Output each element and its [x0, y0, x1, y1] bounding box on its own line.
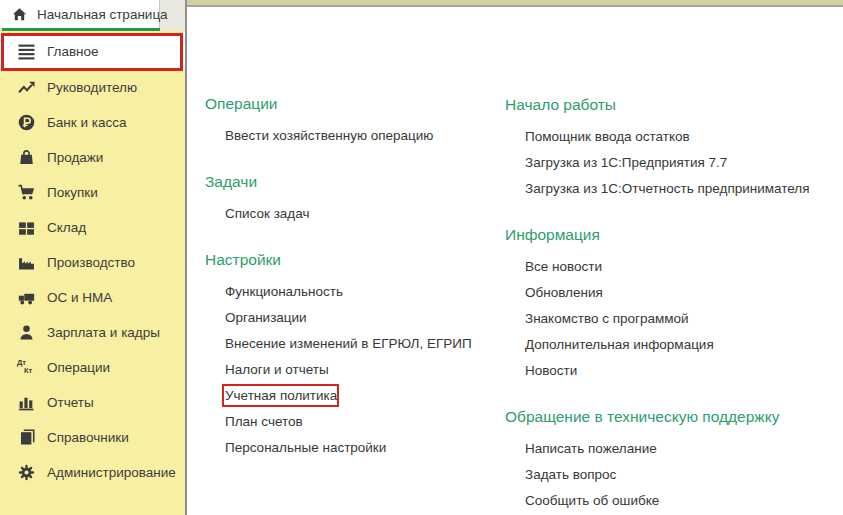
section-link[interactable]: Ввести хозяйственную операцию — [205, 123, 500, 149]
tab-strip: Начальная страница — [0, 0, 185, 31]
sidebar-item-proizvodstvo[interactable]: Производство — [0, 245, 185, 280]
section-title: Операции — [205, 94, 500, 113]
sidebar-item-label: Руководителю — [47, 80, 137, 95]
section-link[interactable]: Список задач — [205, 201, 500, 227]
ruble-icon — [16, 114, 36, 131]
sidebar-item-zarplata-i-kadry[interactable]: Зарплата и кадры — [0, 315, 185, 350]
sidebar-item-sklad[interactable]: Склад — [0, 210, 185, 245]
sidebar-item-label: Покупки — [47, 185, 98, 200]
section-link[interactable]: Сообщить об ошибке — [505, 488, 840, 514]
section-nachalo-raboty: Начало работы Помощник ввода остатков За… — [505, 95, 840, 202]
section-tekhpodderzhka: Обращение в техническую поддержку Написа… — [505, 407, 840, 514]
tab-home-page[interactable]: Начальная страница — [0, 0, 160, 28]
gear-icon — [16, 464, 36, 481]
active-tab-underline — [2, 28, 160, 31]
sidebar-item-label: Банк и касса — [47, 115, 127, 130]
section-operatsii: Операции Ввести хозяйственную операцию — [205, 94, 500, 149]
sidebar-item-label: Отчеты — [47, 395, 94, 410]
reference-books-icon — [16, 429, 36, 446]
trend-icon — [16, 79, 36, 96]
section-zadachi: Задачи Список задач — [205, 172, 500, 227]
section-link[interactable]: Написать пожелание — [505, 436, 840, 462]
section-title: Обращение в техническую поддержку — [505, 407, 840, 426]
menu-icon — [16, 43, 36, 60]
sidebar-item-label: Справочники — [47, 430, 129, 445]
section-link[interactable]: Новости — [505, 358, 840, 384]
section-link[interactable]: Все новости — [505, 254, 840, 280]
section-link[interactable]: Знакомство с программой — [505, 306, 840, 332]
sidebar: Начальная страница Главное Руководителю — [0, 0, 185, 515]
section-link[interactable]: Внесение изменений в ЕГРЮЛ, ЕГРИП — [205, 331, 500, 357]
home-icon — [9, 6, 29, 23]
tab-home-label: Начальная страница — [37, 7, 168, 22]
window-top-strip — [187, 0, 843, 7]
sidebar-item-pokupki[interactable]: Покупки — [0, 175, 185, 210]
sidebar-item-label: Операции — [47, 360, 110, 375]
sidebar-item-glavnoe[interactable]: Главное — [0, 33, 185, 70]
person-icon — [16, 324, 36, 341]
section-link-uchetnaya-politika[interactable]: Учетная политика — [205, 383, 500, 409]
section-link[interactable]: Задать вопрос — [505, 462, 840, 488]
section-link[interactable]: Загрузка из 1С:Отчетность предпринимател… — [505, 176, 840, 202]
sidebar-item-label: Склад — [47, 220, 86, 235]
sidebar-item-label: Зарплата и кадры — [47, 325, 160, 340]
factory-icon — [16, 254, 36, 271]
shopping-bag-icon — [16, 149, 36, 166]
section-title: Настройки — [205, 250, 500, 269]
sidebar-item-bank-i-kassa[interactable]: Банк и касса — [0, 105, 185, 140]
section-link[interactable]: План счетов — [205, 409, 500, 435]
section-link[interactable]: Функциональность — [205, 279, 500, 305]
sidebar-item-spravochniki[interactable]: Справочники — [0, 420, 185, 455]
sidebar-item-otchety[interactable]: Отчеты — [0, 385, 185, 420]
truck-icon — [16, 289, 36, 306]
sidebar-item-operatsii[interactable]: ДтКт Операции — [0, 350, 185, 385]
section-link[interactable]: Помощник ввода остатков — [505, 124, 840, 150]
shopping-cart-icon — [16, 184, 36, 201]
section-nastroyki: Настройки Функциональность Организации В… — [205, 250, 500, 461]
sidebar-item-label: Продажи — [47, 150, 103, 165]
section-link[interactable]: Загрузка из 1С:Предприятия 7.7 — [505, 150, 840, 176]
debit-credit-icon: ДтКт — [16, 359, 36, 376]
section-link[interactable]: Налоги и отчеты — [205, 357, 500, 383]
sidebar-item-label: Производство — [47, 255, 135, 270]
section-title: Начало работы — [505, 95, 840, 114]
section-title: Информация — [505, 225, 840, 244]
bar-chart-icon — [16, 394, 36, 411]
sidebar-item-label: Главное — [47, 44, 99, 59]
sidebar-item-rukovoditelyu[interactable]: Руководителю — [0, 70, 185, 105]
section-link[interactable]: Организации — [205, 305, 500, 331]
sidebar-item-label: Администрирование — [47, 465, 176, 480]
section-title: Задачи — [205, 172, 500, 191]
sidebar-item-administrirovanie[interactable]: Администрирование — [0, 455, 185, 490]
section-link[interactable]: Обновления — [505, 280, 840, 306]
sidebar-item-os-i-nma[interactable]: ОС и НМА — [0, 280, 185, 315]
section-informatsiya: Информация Все новости Обновления Знаком… — [505, 225, 840, 384]
sidebar-item-label: ОС и НМА — [47, 290, 112, 305]
sidebar-item-prodazhi[interactable]: Продажи — [0, 140, 185, 175]
sidebar-nav: Руководителю Банк и касса Продажи — [0, 70, 185, 490]
section-link[interactable]: Персональные настройки — [205, 435, 500, 461]
boxes-grid-icon — [16, 219, 36, 236]
section-link[interactable]: Дополнительная информация — [505, 332, 840, 358]
